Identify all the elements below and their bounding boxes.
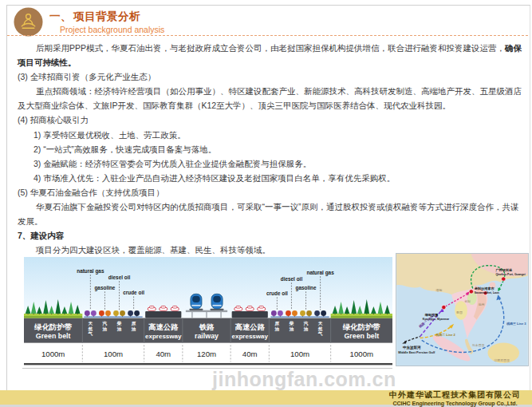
section-7-heading: 7、建设内容: [7, 228, 526, 243]
pipe-dot: [105, 310, 111, 316]
band-label-en: expressway: [231, 333, 268, 340]
map-label-indonesia: 印度尼西亚: [494, 358, 510, 362]
section-3-heading: (3) 全球招商引资（多元化产业生态）: [7, 69, 526, 84]
pipe-dot: [300, 310, 305, 316]
pipe-dot: [85, 310, 90, 316]
band-label-en: Green belt: [36, 332, 71, 340]
band-label-en: expressway: [145, 333, 182, 340]
pipe-dot: [134, 310, 140, 316]
footer-company: 中外建华诚工程技术集团有限公司 CCIHC Engineering Techno…: [389, 389, 521, 406]
measurement-label: 1000m: [41, 350, 65, 358]
measurement-label: 100m: [104, 350, 123, 358]
pipe-dot: [91, 310, 97, 316]
footer-company-cn: 中外建华诚工程技术集团有限公司: [389, 389, 521, 401]
pipe-label-en: natural gas: [307, 270, 335, 276]
pipe-label-en: gasoline: [94, 285, 115, 291]
map-label-line2: 线路二 Line 2: [435, 333, 455, 337]
pipe-dot: [278, 310, 283, 316]
pipe-dot: [113, 310, 119, 316]
page-title: 一、项目背景分析: [49, 10, 164, 24]
map-label-myanmar: 缅甸: [435, 288, 442, 292]
map-label-line3: 线路三 Line 3: [506, 322, 526, 326]
map-label-vietnam: 越南: [479, 302, 485, 306]
paragraph-investment-fields: 重点招商领域：经济特许经营项目（如公用事业）、特区建设配套产业、新能源技术、高科…: [7, 84, 526, 113]
pipe-label-cn: 原油: [131, 321, 136, 332]
list-item-2: 2) “一站式”高效服务，快速完成项目备案与落地。: [7, 142, 526, 156]
list-item-4: 4) 市场准入优先：入驻企业产品自动进入经济特区建设及老挝国家项目白名单，享有优…: [7, 171, 526, 185]
list-item-1: 1) 享受特区最优税收、土地、劳工政策。: [7, 128, 526, 142]
map-label-persian-gulf-en: Middle East Persian Gulf: [398, 350, 435, 354]
infrastructure-cross-section-diagram: 绿化防护带Green belt1000mnatural gas天然气gasoli…: [24, 257, 392, 366]
watermark: jinhongfan.com.cn: [212, 368, 396, 391]
measurement-label: 1000m: [350, 350, 373, 358]
pipe-label-cn: 原油: [274, 321, 280, 332]
diagram-bottom-line: [24, 363, 392, 365]
pipe-label-cn: 天然气: [88, 321, 93, 336]
pipe-dot: [314, 310, 320, 316]
band-label-cn: 绿化防护带: [33, 322, 72, 331]
measurement-label: 120m: [197, 350, 216, 358]
pipe-label-cn: 汽油: [303, 321, 309, 332]
pipe-dot: [120, 310, 125, 316]
list-item-3: 3) 金融赋能：经济特区管委会可为优质入驻企业提供金融配资与担保服务。: [7, 156, 526, 171]
map-label-savannakhet-en: Savannakhet, Laos: [475, 291, 499, 294]
pipe-label-en: natural gas: [77, 268, 104, 275]
pipe-label-cn: 天然气: [317, 321, 323, 336]
map-label-qinzhou-en: Qinzhou Port, Guangxi: [495, 273, 525, 276]
pipe-label-cn: 汽油: [102, 321, 108, 332]
pipe-label-en: diesel oil: [281, 276, 303, 282]
body-text: 后期采用PPP模式，华夏石油出资，与老挝政府成立合资公司，由老挝国家担保机构提供…: [7, 41, 526, 257]
map-label-laos: 老挝: [464, 299, 471, 303]
pipe-label-en: gasoline: [296, 285, 317, 291]
measurement-label: 40m: [242, 350, 258, 358]
map-label-qinzhou-cn: 广西钦州港: [495, 268, 512, 272]
section-4-heading: (4) 招商核心吸引力: [7, 113, 526, 127]
section-5-heading: (5) 华夏石油金融合作（支持优质项目）: [7, 185, 526, 200]
title-number: 一、: [49, 10, 72, 22]
header-divider: [7, 35, 528, 36]
page-title-block: 一、项目背景分析 Project background analysis: [49, 10, 164, 34]
pipe-dot: [99, 310, 104, 316]
pipe-label-en: crude oil: [123, 290, 144, 295]
band-label-en: Green belt: [344, 332, 379, 340]
pipe-dot: [292, 310, 298, 316]
pipe-dot: [128, 310, 133, 316]
measurement-label: 40m: [156, 350, 171, 358]
diagram-sky: [24, 257, 392, 318]
pipe-dot: [321, 310, 326, 316]
map-label-thailand: 泰国: [455, 310, 463, 314]
pipe-dot: [271, 310, 277, 316]
pipe-label-en: crude oil: [266, 290, 288, 296]
pipe-dot: [286, 310, 291, 316]
band-label-cn: 铁路: [199, 323, 215, 331]
map-label-malaysia: 马来西亚: [472, 343, 485, 347]
company-logo-icon: [14, 7, 43, 37]
pipe-label-en: diesel oil: [108, 275, 131, 280]
pipe-label-cn: 柴油: [289, 321, 294, 332]
paragraph-finance-coop: 华夏石油旗下金融投资公司对特区内的优质招商项目，可采取“一事一议”原则，通过股权…: [7, 200, 526, 228]
pipe-label-cn: 柴油: [116, 321, 122, 332]
pipe-dot: [306, 310, 312, 316]
footer-company-en: CCIHC Engineering Technology Group Co.,L…: [389, 401, 521, 406]
band-label-cn: 高速公路: [148, 322, 179, 331]
band-label-cn: 高速公路: [235, 322, 266, 331]
band-label-cn: 绿化防护带: [342, 322, 380, 331]
paragraph-ppp: 后期采用PPP模式，华夏石油出资，与老挝政府成立合资公司，由老挝国家担保机构提供…: [7, 41, 526, 69]
page-subtitle: Project background analysis: [60, 25, 164, 34]
band-label-en: railway: [195, 332, 219, 340]
southeast-asia-route-map: 中东波斯湾 Middle East Persian Gulf 缅甸皎漂 Kyau…: [396, 253, 529, 366]
measurement-label: 100m: [290, 350, 309, 358]
